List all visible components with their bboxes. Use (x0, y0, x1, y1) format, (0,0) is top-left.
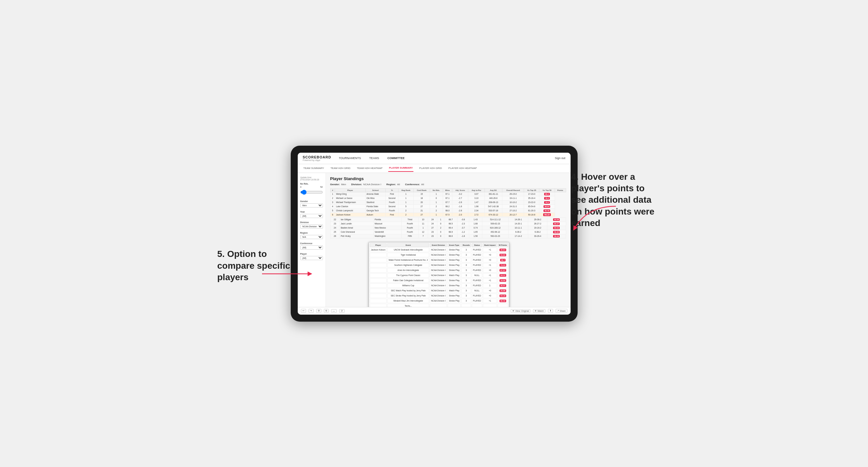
points-badge[interactable]: 76.3 (544, 197, 550, 199)
th-school: School (365, 188, 385, 192)
player-select[interactable]: (All) (300, 256, 323, 260)
division-select[interactable]: NCAA Division I (300, 224, 323, 228)
annotation-top-right: 4. Hover over a player's points to see a… (571, 171, 660, 229)
nav-teams[interactable]: TEAMS (368, 156, 380, 160)
subnav-team-summary[interactable]: TEAM SUMMARY (303, 165, 325, 172)
th-points: Points (555, 188, 566, 192)
tooltip-row: Wake Forest Invitational at Pinehurst No… (370, 258, 508, 262)
subnav-team-h2h-grid[interactable]: TEAM H2H GRID (330, 165, 351, 172)
clock-button[interactable]: ⏱ (339, 309, 345, 313)
view-original-button[interactable]: 👁 View: Original (511, 309, 530, 313)
tooltip-row: Techs... (370, 304, 508, 307)
nav-tournaments[interactable]: TOURNAMENTS (338, 156, 362, 160)
th-player: Player (335, 188, 366, 192)
top-nav-links: TOURNAMENTS TEAMS COMMITTEE (338, 156, 555, 160)
points-badge[interactable]: 60.49 (544, 210, 550, 212)
redo-button[interactable]: ↪ (309, 309, 314, 313)
watch-button[interactable]: 👁 Watch (533, 309, 546, 313)
tooltip-th-rounds: Rounds (461, 243, 471, 247)
watch-icon: 👁 (534, 310, 537, 312)
filter-gender: Gender: Men (330, 183, 346, 186)
table-row: 1 Wenyi Ding Arizona State First 1 15 1 … (330, 192, 566, 196)
gender-select[interactable]: Men (300, 204, 323, 208)
table-row: 3 Michael Thorbjornsen Stanford Fourth 1… (330, 200, 566, 204)
table-row: 5 Christo Lamprecht Georgia Tech Fourth … (330, 209, 566, 213)
tooltip-th-status: Status (472, 243, 482, 247)
standings-table-lower: 22 Ian Gilligan Florida Third 10 24 1 68… (330, 217, 566, 239)
dash-icon: — (333, 310, 335, 312)
share-button[interactable]: ↗ Share (556, 309, 567, 313)
update-time: Update time: 27/01/2024 16:56:26 (300, 176, 323, 181)
th-top25: Vs Top 25 (524, 188, 539, 192)
sidebar-region: Region N/A (300, 232, 323, 239)
year-select[interactable]: (All) (300, 214, 323, 218)
table-row: 22 Ian Gilligan Florida Third 10 24 1 68… (330, 217, 566, 222)
tooltip-th-w-points: W Points (498, 243, 508, 247)
dash-button[interactable]: — (331, 309, 337, 313)
points-badge[interactable]: 68.94 (544, 205, 550, 208)
clock-icon: ⏱ (341, 310, 343, 312)
points-badge[interactable]: 70.2 (544, 201, 550, 204)
sidebar-no-rds: No Rds. 4 52 (300, 183, 323, 197)
subnav-player-h2h-grid[interactable]: PLAYER H2H GRID (418, 165, 442, 172)
page-title: Player Standings (330, 176, 566, 181)
no-rds-slider[interactable] (300, 189, 323, 196)
table-row: 2 Michael La Sasso Ole Miss Second 1 18 … (330, 196, 566, 200)
undo-icon: ↩ (303, 310, 304, 312)
settings-button[interactable]: ⚙ (316, 309, 321, 313)
th-conf-rank: Conf Rank (413, 188, 430, 192)
tooltip-row: SEC Match Play hosted by Jerry Pate NCAA… (370, 288, 508, 293)
th-reg-rank: Reg Rank (399, 188, 414, 192)
th-num: # (330, 188, 335, 192)
nav-committee[interactable]: COMMITTEE (386, 156, 406, 160)
table-row: 24 Bastien Amat New Mexico Fourth 1 27 2… (330, 226, 566, 230)
tooltip-th-player: Player (370, 243, 387, 247)
th-wins: Wins (443, 188, 452, 192)
download-icon: ⬇ (550, 310, 552, 312)
tooltip-row: Tiger Invitational NCAA Division I Strok… (370, 253, 508, 257)
copy-button[interactable]: ⧉ (324, 309, 329, 313)
region-select[interactable]: N/A (300, 235, 323, 239)
gear-icon: ⚙ (318, 310, 320, 312)
tooltip-row: Southern Highlands Collegiate NCAA Divis… (370, 263, 508, 268)
logo-area: SCOREBOARD Powered by clippi (303, 155, 331, 161)
content-area: Player Standings Gender: Men Division: N… (326, 173, 570, 307)
sidebar-gender: Gender Men (300, 200, 323, 208)
filter-conference: Conference: All (405, 183, 424, 186)
tooltip-th-type: Event Type (447, 243, 461, 247)
subnav-player-h2h-heatmap[interactable]: PLAYER H2H HEATMAP (448, 165, 478, 172)
main-content: Update time: 27/01/2024 16:56:26 No Rds.… (298, 173, 570, 307)
th-no-rds: No Rds. (430, 188, 443, 192)
conference-select[interactable]: (All) (300, 245, 323, 250)
tooltip-row: Amer An Intercollegiate NCAA Division I … (370, 268, 508, 273)
tooltip-th-rank-impact: Rank Impact (483, 243, 497, 247)
tooltip-row: Fallen Oak Collegiate Invitational NCAA … (370, 278, 508, 283)
table-row: 4 Luke Clanton Florida State Second 5 27… (330, 204, 566, 209)
tooltip-row: The Cypress Point Classic NCAA Division … (370, 273, 508, 278)
download-button[interactable]: ⬇ (548, 309, 553, 313)
table-row: 25 Cole Sherwood Vanderbilt Fourth 12 23… (330, 230, 566, 234)
tooltip-row: Jackson Kolson UNCW Seahawk Intercollegi… (370, 248, 508, 252)
table-row: 26 Petr Hruby Washington Fifth 7 23 0 68… (330, 234, 566, 238)
table-row: 23 Jack Lundin Missouri Fourth 11 24 0 6… (330, 222, 566, 226)
points-badge[interactable]: 88.2 (544, 193, 550, 195)
subnav-player-summary[interactable]: PLAYER SUMMARY (388, 164, 413, 172)
bottom-toolbar: ↩ ↪ ⚙ ⧉ — ⏱ 👁 (298, 307, 570, 315)
sub-nav: TEAM SUMMARY TEAM H2H GRID TEAM H2H HEAT… (298, 164, 570, 173)
th-avg-sg: Avg SG (485, 188, 502, 192)
filter-region: Region: All (386, 183, 400, 186)
outer-wrapper: 4. Hover over a player's points to see a… (291, 146, 578, 322)
table-header-row: # Player School Yr Reg Rank Conf Rank No… (330, 188, 566, 192)
annotation-bottom-left: 5. Option to compare specific players (217, 248, 291, 283)
table-container: # Player School Yr Reg Rank Conf Rank No… (330, 188, 566, 239)
filter-row: Gender: Men Division: NCAA Division I Re… (330, 183, 566, 186)
sign-out[interactable]: Sign out (555, 157, 565, 160)
sidebar: Update time: 27/01/2024 16:56:26 No Rds.… (298, 173, 326, 307)
undo-button[interactable]: ↩ (301, 309, 306, 313)
points-badge-highlighted[interactable]: 58.18 (543, 213, 551, 216)
subnav-team-h2h-heatmap[interactable]: TEAM H2H HEATMAP (356, 165, 383, 172)
sidebar-conference: Conference (All) (300, 242, 323, 250)
copy-icon: ⧉ (326, 310, 327, 312)
tooltip-row: Williams Cup NCAA Division I Stroke Play… (370, 283, 508, 288)
filter-division: Division: NCAA Division I (351, 183, 381, 186)
